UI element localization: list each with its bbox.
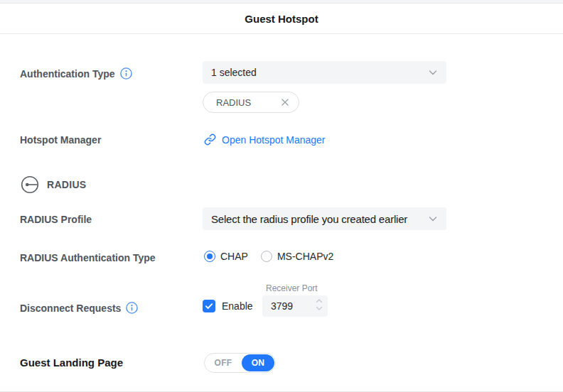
hotspot-manager-label-text: Hotspot Manager [20, 134, 101, 146]
guest-hotspot-panel: Guest Hotspot Authentication Type 1 sele… [0, 0, 563, 392]
radius-section-title: RADIUS [47, 179, 86, 190]
page-top-strip [0, 0, 563, 4]
chevron-down-icon [428, 214, 438, 224]
link-icon [204, 134, 216, 146]
toggle-off-segment[interactable]: OFF [205, 358, 242, 368]
stepper-down-icon [316, 305, 323, 311]
radius-profile-label-text: RADIUS Profile [20, 214, 92, 225]
radius-chip-label: RADIUS [216, 97, 280, 108]
chip-close-icon[interactable] [280, 97, 290, 107]
radius-profile-dropdown[interactable]: Select the radius profile you created ea… [203, 207, 446, 230]
auth-type-label: Authentication Type [20, 67, 132, 80]
radio-mschapv2-label: MS-CHAPv2 [277, 251, 333, 262]
radius-chip[interactable]: RADIUS [203, 92, 299, 113]
toggle-on-segment[interactable]: ON [242, 354, 274, 371]
open-hotspot-manager-label: Open Hotspot Manager [222, 134, 326, 146]
disconnect-enable-row: Enable [203, 300, 253, 312]
radio-chap-label: CHAP [220, 251, 248, 262]
guest-landing-page-toggle[interactable]: OFF ON [204, 353, 276, 373]
disconnect-requests-label-text: Disconnect Requests [20, 303, 121, 314]
collapse-section-icon[interactable] [21, 175, 39, 194]
receiver-port-label: Receiver Port [266, 283, 318, 293]
radio-unselected-icon[interactable] [261, 251, 272, 262]
radius-profile-dropdown-value: Select the radius profile you created ea… [211, 213, 422, 225]
auth-type-dropdown-value: 1 selected [211, 67, 422, 78]
radius-auth-type-label-text: RADIUS Authentication Type [20, 252, 156, 263]
enable-checkbox-label: Enable [222, 300, 253, 312]
radius-section-header: RADIUS [21, 175, 86, 194]
receiver-port-field [262, 295, 328, 317]
number-stepper[interactable] [316, 298, 323, 311]
info-icon[interactable] [120, 67, 132, 80]
disconnect-requests-label: Disconnect Requests [20, 302, 138, 314]
chevron-down-icon [428, 67, 438, 77]
radio-selected-icon[interactable] [204, 251, 215, 262]
radio-option-mschapv2[interactable]: MS-CHAPv2 [261, 251, 333, 262]
radius-profile-label: RADIUS Profile [20, 214, 92, 225]
radius-auth-options: CHAP MS-CHAPv2 [204, 251, 333, 262]
hotspot-manager-label: Hotspot Manager [20, 134, 101, 146]
info-icon[interactable] [126, 302, 138, 314]
guest-landing-page-heading: Guest Landing Page [20, 356, 123, 369]
radio-option-chap[interactable]: CHAP [204, 251, 248, 262]
page-title: Guest Hotspot [245, 13, 318, 25]
stepper-up-icon [316, 298, 323, 304]
radius-auth-type-label: RADIUS Authentication Type [20, 252, 156, 263]
auth-type-label-text: Authentication Type [20, 68, 115, 80]
auth-type-dropdown[interactable]: 1 selected [203, 61, 446, 84]
panel-header: Guest Hotspot [0, 4, 563, 34]
open-hotspot-manager-link[interactable]: Open Hotspot Manager [204, 134, 326, 146]
checkbox-checked-icon[interactable] [203, 300, 215, 312]
